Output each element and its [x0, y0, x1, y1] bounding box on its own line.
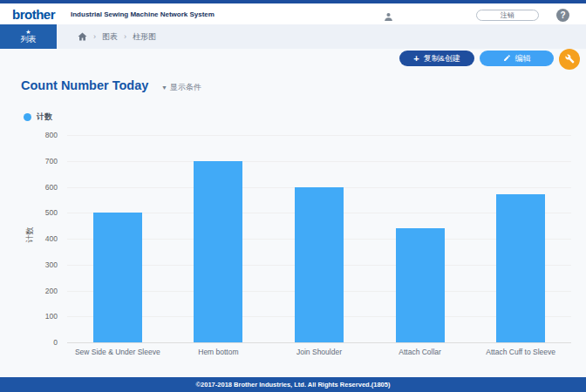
sidebar-tab-list[interactable]: ★ 列表	[0, 24, 57, 49]
y-tick-label: 200	[0, 287, 58, 295]
y-tick-label: 600	[0, 183, 58, 192]
plot-area	[67, 135, 571, 342]
edit-button[interactable]: 编辑	[480, 51, 554, 66]
display-conditions-toggle[interactable]: ▼ 显示条件	[161, 82, 201, 93]
help-button[interactable]: ?	[556, 9, 569, 22]
x-axis-labels: Sew Side & Under SleeveHem bottomJoin Sh…	[67, 348, 571, 358]
user-icon[interactable]	[384, 10, 393, 19]
x-tick-label: Attach Collar	[399, 348, 441, 356]
bar[interactable]	[396, 228, 445, 342]
breadcrumb-item-bar-chart: 柱形图	[133, 31, 156, 43]
footer: ©2017-2018 Brother Industries, Ltd. All …	[0, 377, 586, 392]
y-tick-label: 300	[0, 260, 58, 269]
app-header: brother Industrial Sewing Machine Networ…	[0, 3, 586, 24]
y-tick-label: 100	[0, 312, 58, 321]
x-tick-label: Join Shoulder	[296, 348, 342, 356]
edit-label: 编辑	[515, 53, 531, 64]
x-tick-label: Sew Side & Under Sleeve	[75, 348, 160, 356]
y-axis-tick-labels: 0100200300400500600700800	[0, 135, 58, 342]
x-tick-label: Attach Cuff to Sleeve	[486, 348, 555, 356]
home-icon[interactable]	[78, 32, 87, 41]
y-tick-label: 800	[0, 131, 58, 139]
app-title: Industrial Sewing Machine Network System	[71, 10, 215, 18]
legend-item-count[interactable]: 计数	[24, 112, 52, 123]
wrench-icon	[565, 51, 575, 67]
pencil-icon	[503, 54, 511, 64]
x-tick-label: Hem bottom	[198, 348, 238, 356]
chevron-down-icon: ▼	[161, 84, 167, 91]
breadcrumb-item-charts[interactable]: 图表	[102, 31, 118, 43]
y-tick-label: 500	[0, 208, 58, 217]
legend-dot-icon	[24, 113, 31, 121]
breadcrumb-separator-icon: ›	[124, 32, 126, 41]
copyright-text: ©2017-2018 Brother Industries, Ltd. All …	[196, 381, 391, 389]
bar[interactable]	[93, 213, 142, 342]
logout-button[interactable]: 注销	[476, 10, 539, 21]
y-tick-label: 0	[0, 338, 58, 347]
brother-logo: brother	[12, 7, 55, 22]
bar[interactable]	[194, 161, 242, 342]
display-conditions-label: 显示条件	[170, 82, 201, 93]
legend-label: 计数	[37, 112, 52, 123]
nav-bar: ★ 列表 › 图表 › 柱形图	[0, 24, 586, 49]
breadcrumb-separator-icon: ›	[93, 32, 96, 41]
x-axis-line	[67, 342, 571, 343]
bars-layer	[67, 135, 571, 342]
page-title: Count Number Today	[21, 78, 148, 92]
plus-icon: +	[413, 54, 419, 64]
tab-label: 列表	[21, 36, 37, 44]
bar[interactable]	[496, 194, 545, 342]
y-tick-label: 400	[0, 234, 58, 243]
y-tick-label: 700	[0, 157, 58, 166]
breadcrumb: › 图表 › 柱形图	[78, 24, 156, 49]
copy-create-label: 复制&创建	[424, 53, 460, 64]
bar[interactable]	[295, 187, 344, 343]
pin-settings-button[interactable]	[559, 49, 580, 70]
copy-create-button[interactable]: + 复制&创建	[399, 51, 474, 66]
